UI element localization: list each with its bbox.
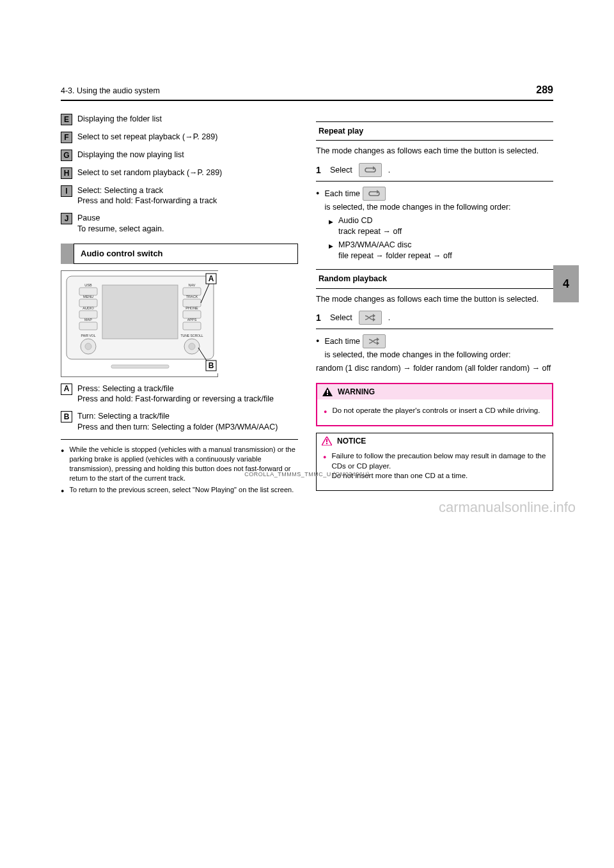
each-suffix: is selected, the mode changes in the fol…: [324, 202, 510, 213]
mode-cd-seq: track repeat → off: [338, 227, 402, 236]
bullet-icon: [61, 445, 64, 454]
svg-rect-21: [327, 394, 328, 395]
chapter-tab: 4: [553, 265, 579, 302]
triangle-icon: [329, 215, 333, 226]
warning-text: Do not operate the player's controls or …: [332, 406, 540, 416]
section-heading-audio-switch: Audio control switch: [61, 244, 298, 264]
bullet-icon: [61, 485, 64, 495]
btn-audio-label: AUDIO: [83, 306, 94, 310]
list-item: E Displaying the folder list: [61, 114, 298, 125]
warning-item: Do not operate the player's controls or …: [324, 406, 546, 416]
item-text: Pause To resume, select again.: [77, 213, 298, 235]
btn-menu-label: MENU: [83, 295, 93, 298]
warning-header: WARNING: [317, 384, 552, 399]
mode-cd-label: Audio CD: [338, 216, 373, 225]
knob-right-label: TUNE SCROLL: [180, 334, 203, 337]
list-item: J Pause To resume, select again.: [61, 213, 298, 235]
subheading-repeat: Repeat play: [316, 121, 553, 141]
svg-rect-20: [327, 390, 328, 393]
warning-label: WARNING: [338, 387, 375, 397]
mode-cd-row: Audio CD track repeat → off: [329, 215, 553, 237]
callout-letter-b: B: [61, 411, 72, 422]
notice-header: NOTICE: [317, 433, 553, 449]
head-unit-figure: USB MENU AUDIO MAP NAV TRACK PHONE APPS: [61, 270, 218, 377]
warning-box: WARNING Do not operate the player's cont…: [316, 383, 553, 426]
btn-usb-label: USB: [84, 283, 92, 287]
note-item: To return to the previous screen, select…: [61, 485, 298, 495]
callout-letter-j: J: [61, 213, 72, 224]
each-select-row: Each time is selected, the mode changes …: [316, 334, 553, 360]
step-row: 1 Select .: [316, 163, 553, 177]
each-prefix: Each time: [324, 336, 360, 347]
bullet-icon: [316, 187, 319, 198]
section-label: Audio control switch: [74, 244, 298, 264]
header-title: 4-3. Using the audio system: [61, 86, 160, 97]
item-text: Displaying the now playing list: [77, 150, 298, 161]
repeat-icon: [363, 187, 386, 201]
watermark: carmanualsonline.info: [439, 498, 576, 517]
fig-callout-b: B: [209, 361, 214, 370]
list-item: G Displaying the now playing list: [61, 150, 298, 161]
btn-nav-label: NAV: [189, 283, 196, 287]
bullet-icon: [323, 451, 326, 461]
step-number: 1: [316, 164, 325, 176]
svg-rect-2: [102, 285, 178, 339]
step-suffix: .: [388, 165, 390, 176]
shuffle-icon: [363, 334, 386, 348]
item-text: Select to set repeat playback (→P. 289): [77, 132, 298, 143]
callout-letter-a: A: [61, 384, 72, 395]
list-item: I Select: Selecting a track Press and ho…: [61, 185, 298, 207]
notice-box: NOTICE Failure to follow the precaution …: [316, 433, 553, 491]
list-item: A Press: Selecting a track/file Press an…: [61, 384, 298, 405]
knob-left-label: PWR VOL: [81, 334, 95, 337]
page-header: 4-3. Using the audio system 289: [61, 83, 553, 101]
list-item: B Turn: Selecting a track/file Press and…: [61, 411, 298, 433]
svg-point-12: [85, 343, 91, 350]
left-column: E Displaying the folder list F Select to…: [61, 114, 298, 498]
random-seq: random (1 disc random) → folder random (…: [316, 363, 553, 374]
svg-rect-10: [183, 322, 201, 330]
item-text: Displaying the folder list: [77, 114, 298, 125]
repeat-icon: [359, 163, 382, 177]
notice-triangle-icon: [322, 437, 332, 446]
list-item: F Select to set repeat playback (→P. 289…: [61, 132, 298, 143]
step-number: 1: [316, 312, 325, 324]
svg-rect-23: [326, 443, 327, 444]
item-text: Turn: Selecting a track/file Press and t…: [77, 411, 298, 433]
btn-map-label: MAP: [84, 318, 92, 322]
each-prefix: Each time: [324, 189, 360, 199]
triangle-icon: [329, 240, 333, 251]
item-text: Press: Selecting a track/file Press and …: [77, 384, 298, 405]
warning-triangle-icon: [322, 387, 333, 396]
step-prefix: Select: [330, 313, 352, 323]
callout-letter-h: H: [61, 167, 72, 179]
notice-label: NOTICE: [337, 436, 366, 446]
mode-mp3-row: MP3/WMA/AAC disc file repeat → folder re…: [329, 240, 553, 261]
page-number: 289: [536, 83, 553, 97]
step-suffix: .: [388, 313, 390, 323]
shuffle-icon: [359, 311, 382, 325]
random-desc: The mode changes as follows each time th…: [316, 294, 553, 305]
footer-code: COROLLA_TMMMS_TMMC_U (OM02496U): [0, 470, 614, 478]
callout-letter-g: G: [61, 150, 72, 161]
repeat-desc: The mode changes as follows each time th…: [316, 146, 553, 157]
btn-phone-label: PHONE: [185, 306, 198, 310]
item-text: Select: Selecting a track Press and hold…: [77, 185, 298, 207]
bullet-icon: [316, 334, 319, 345]
callout-letter-f: F: [61, 132, 72, 143]
item-text: Select to set random playback (→P. 289): [77, 167, 298, 179]
svg-point-14: [189, 343, 195, 350]
step-prefix: Select: [330, 165, 352, 176]
mode-mp3-seq: file repeat → folder repeat → off: [338, 251, 452, 260]
subheading-random: Random playback: [316, 269, 553, 289]
btn-track-label: TRACK: [186, 295, 198, 298]
mode-mp3-label: MP3/WMA/AAC disc: [338, 240, 412, 249]
callout-letter-i: I: [61, 185, 72, 197]
list-item: H Select to set random playback (→P. 289…: [61, 167, 298, 179]
section-tab: [61, 244, 74, 264]
svg-rect-6: [79, 322, 97, 330]
svg-rect-22: [326, 439, 327, 442]
right-column: Repeat play The mode changes as follows …: [316, 114, 553, 498]
each-select-row: Each time is selected, the mode changes …: [316, 187, 553, 213]
each-suffix: is selected, the mode changes in the fol…: [324, 350, 510, 360]
